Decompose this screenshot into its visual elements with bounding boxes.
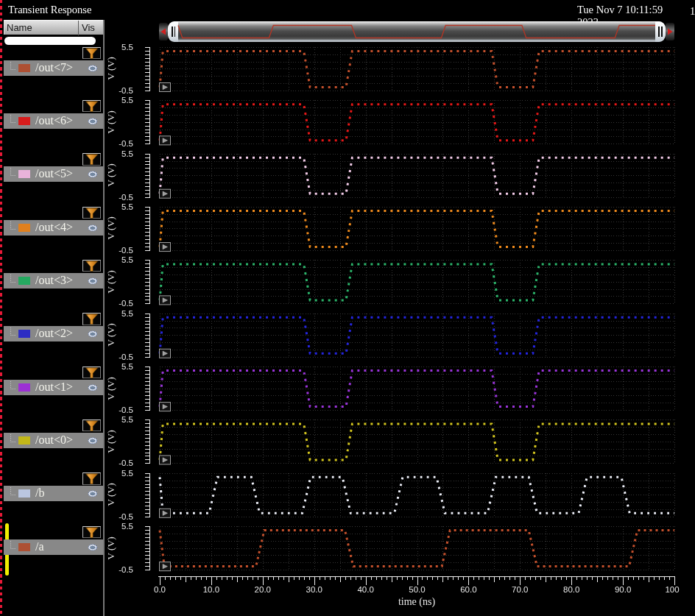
grip-line [174, 26, 176, 37]
signal-color-swatch[interactable] [18, 543, 30, 551]
y-max-label: 5.5 [107, 149, 133, 158]
visibility-eye-icon[interactable] [88, 224, 98, 232]
signal-row-out0[interactable]: /out<0> [4, 433, 103, 448]
visibility-eye-icon[interactable] [88, 277, 98, 285]
visibility-eye-icon[interactable] [88, 490, 98, 498]
y-max-label: 5.5 [107, 202, 133, 211]
strip-marker-button[interactable] [160, 403, 171, 411]
eye-pupil [90, 439, 95, 442]
visibility-eye-icon[interactable] [88, 65, 98, 72]
signal-color-swatch[interactable] [18, 224, 30, 232]
signal-color-swatch[interactable] [18, 117, 30, 125]
y-axis-ruler [145, 260, 150, 304]
signal-row-out6[interactable]: /out<6> [4, 113, 103, 129]
signal-color-swatch[interactable] [18, 64, 30, 72]
right-arrow-icon [666, 23, 674, 40]
signal-row-out4[interactable]: /out<4> [4, 220, 103, 236]
signal-row-b[interactable]: /b [4, 486, 103, 501]
x-tick-label: 20.0 [248, 585, 278, 594]
tree-branch-lines [11, 434, 17, 442]
grip-line [661, 26, 663, 37]
signal-color-swatch[interactable] [18, 489, 30, 498]
visibility-eye-icon[interactable] [88, 118, 98, 125]
strip-marker-button[interactable] [160, 136, 171, 145]
grid-vertical [160, 314, 675, 357]
strip-marker-button[interactable] [160, 509, 171, 517]
eye-pupil [90, 492, 95, 495]
x-ruler-ticks [158, 576, 675, 585]
scrollbar-left-arrow-button[interactable] [159, 23, 169, 40]
tree-branch-lines [11, 487, 17, 495]
y-axis-unit: V (V) [105, 537, 117, 560]
waveform-plot-area[interactable] [0, 0, 695, 616]
strip-marker-button[interactable] [160, 83, 171, 92]
visibility-eye-icon[interactable] [88, 330, 98, 338]
x-tick-label: 50.0 [403, 585, 432, 594]
scrollbar-slider[interactable] [168, 21, 666, 42]
signal-name-label[interactable]: /a [35, 540, 44, 553]
grid-vertical [160, 47, 675, 91]
scrollbar-left-grip[interactable] [168, 21, 178, 42]
y-axis-unit: V (V) [105, 110, 117, 134]
visibility-eye-icon[interactable] [88, 171, 98, 178]
x-axis-unit: time (ns) [343, 596, 490, 608]
waveform-window: Transient Response Tue Nov 7 10:11:59 20… [0, 0, 695, 616]
y-axis-unit: V (V) [105, 483, 117, 506]
strip-marker-button[interactable] [160, 456, 171, 464]
signal-row-out2[interactable]: /out<2> [4, 326, 103, 341]
y-max-label: 5.5 [107, 415, 133, 424]
signal-row-out7[interactable]: /out<7> [4, 60, 103, 76]
visibility-eye-icon[interactable] [88, 437, 98, 445]
scrollbar-right-arrow-button[interactable] [666, 23, 675, 40]
x-tick-label: 80.0 [557, 585, 586, 594]
strip-out6 [145, 100, 675, 145]
signal-row-out1[interactable]: /out<1> [4, 380, 103, 395]
visibility-eye-icon[interactable] [88, 544, 98, 551]
strip-out7 [145, 47, 675, 92]
visibility-eye-icon[interactable] [88, 384, 98, 392]
y-axis-ruler [145, 207, 150, 251]
signal-name-label[interactable]: /out<7> [35, 61, 73, 74]
signal-name-label[interactable]: /out<6> [35, 114, 73, 127]
signal-color-swatch[interactable] [18, 436, 30, 445]
eye-pupil [90, 66, 95, 69]
signal-row-out5[interactable]: /out<5> [4, 166, 103, 182]
y-axis-unit: V (V) [105, 323, 117, 347]
signal-name-label[interactable]: /out<4> [35, 221, 73, 234]
y-min-label: -0.5 [107, 459, 133, 467]
y-axis-ruler [145, 473, 150, 517]
strip-marker-button[interactable] [160, 243, 171, 252]
right-arrow-shape [668, 29, 673, 35]
signal-name-label[interactable]: /out<0> [35, 433, 73, 447]
grid-vertical [160, 526, 675, 570]
y-axis-ruler [145, 367, 150, 411]
grid-vertical [160, 367, 675, 410]
strip-marker-button[interactable] [160, 189, 171, 198]
scrollbar-right-grip[interactable] [655, 21, 666, 42]
signal-color-swatch[interactable] [18, 383, 30, 392]
signal-row-out3[interactable]: /out<3> [4, 273, 103, 288]
x-tick-label: 100 [657, 585, 687, 594]
x-tick-label: 30.0 [300, 585, 329, 594]
strip-marker-button[interactable] [160, 349, 171, 358]
y-max-label: 5.5 [107, 43, 133, 52]
y-min-label: -0.5 [107, 353, 133, 361]
eye-pupil [90, 173, 95, 176]
signal-name-label[interactable]: /b [35, 486, 44, 500]
signal-color-swatch[interactable] [18, 277, 30, 285]
signal-color-swatch[interactable] [18, 330, 30, 338]
strip-out2 [145, 314, 675, 358]
strip-b [145, 473, 675, 518]
y-max-label: 5.5 [107, 309, 133, 318]
grip-line [172, 26, 173, 37]
strip-marker-button[interactable] [160, 296, 171, 305]
signal-name-label[interactable]: /out<5> [35, 167, 73, 180]
signal-name-label[interactable]: /out<3> [35, 274, 73, 287]
signal-name-label[interactable]: /out<1> [35, 380, 73, 394]
signal-row-a[interactable]: /a [4, 539, 103, 555]
y-max-label: 5.5 [107, 469, 133, 478]
signal-name-label[interactable]: /out<2> [35, 327, 73, 340]
strip-marker-button[interactable] [160, 562, 171, 571]
signal-color-swatch[interactable] [18, 170, 30, 178]
y-axis-ruler [145, 47, 150, 91]
